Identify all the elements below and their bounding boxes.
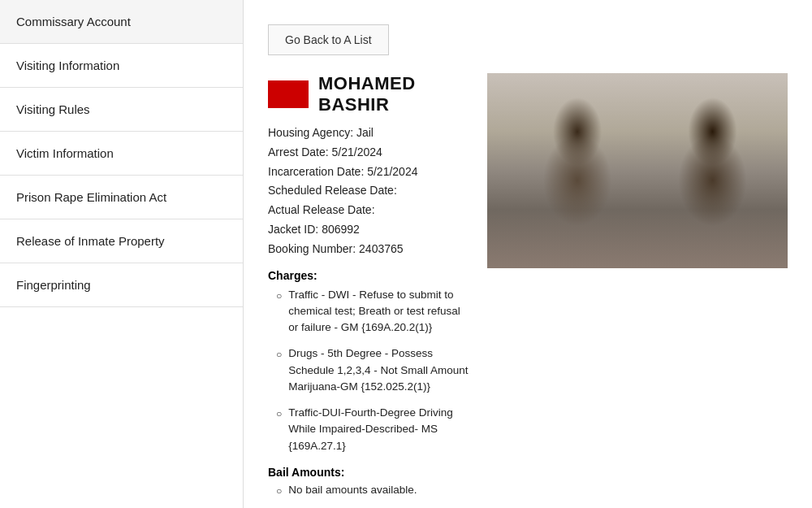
sidebar-item-label: Fingerprinting xyxy=(16,278,91,292)
scheduled-release: Scheduled Release Date: xyxy=(268,181,471,201)
go-back-button[interactable]: Go Back to A List xyxy=(268,24,389,55)
sidebar-item-label: Visiting Rules xyxy=(16,102,90,116)
inmate-info: MOHAMED BASHIR Housing Agency: Jail Arre… xyxy=(268,73,471,497)
arrest-date: Arrest Date: 5/21/2024 xyxy=(268,143,471,163)
sidebar-item-victim-info[interactable]: Victim Information xyxy=(0,132,243,176)
bail-item: No bail amounts available. xyxy=(276,484,471,497)
sidebar-item-label: Prison Rape Elimination Act xyxy=(16,190,166,204)
actual-release: Actual Release Date: xyxy=(268,201,471,220)
bail-list: No bail amounts available. xyxy=(276,484,471,497)
charges-list: Traffic - DWI - Refuse to submit to chem… xyxy=(276,287,471,454)
charge-item: Drugs - 5th Degree - Possess Schedule 1,… xyxy=(276,345,471,395)
bail-title: Bail Amounts: xyxy=(268,466,471,479)
sidebar-item-label: Victim Information xyxy=(16,146,114,160)
jacket-id: Jacket ID: 806992 xyxy=(268,220,471,240)
housing-agency: Housing Agency: Jail xyxy=(268,124,471,143)
sidebar-item-visiting-rules[interactable]: Visiting Rules xyxy=(0,88,243,132)
charge-item: Traffic - DWI - Refuse to submit to chem… xyxy=(276,287,471,336)
booking-number: Booking Number: 2403765 xyxy=(268,240,471,259)
inmate-details: Housing Agency: Jail Arrest Date: 5/21/2… xyxy=(268,124,471,259)
red-flag-box xyxy=(268,80,309,108)
sidebar-item-label: Visiting Information xyxy=(16,59,119,72)
sidebar-item-release-property[interactable]: Release of Inmate Property xyxy=(0,219,243,263)
content-area: MOHAMED BASHIR Housing Agency: Jail Arre… xyxy=(268,73,788,497)
sidebar-item-prea[interactable]: Prison Rape Elimination Act xyxy=(0,176,243,219)
bail-section: Bail Amounts: No bail amounts available. xyxy=(268,466,471,497)
charge-item: Traffic-DUI-Fourth-Degree Driving While … xyxy=(276,405,471,454)
charges-section: Charges: Traffic - DWI - Refuse to submi… xyxy=(268,269,471,454)
main-content: Go Back to A List MOHAMED BASHIR Housing… xyxy=(244,0,812,508)
incarceration-date: Incarceration Date: 5/21/2024 xyxy=(268,163,471,182)
sidebar: Commissary Account Visiting Information … xyxy=(0,0,244,508)
sidebar-item-commissary[interactable]: Commissary Account xyxy=(0,0,243,44)
inmate-photo xyxy=(487,73,788,268)
sidebar-item-label: Release of Inmate Property xyxy=(16,234,165,248)
photo-simulation xyxy=(487,73,788,268)
inmate-name: MOHAMED BASHIR xyxy=(318,73,471,115)
charges-title: Charges: xyxy=(268,269,471,282)
inmate-header: MOHAMED BASHIR xyxy=(268,73,471,115)
sidebar-item-label: Commissary Account xyxy=(16,15,131,28)
sidebar-item-fingerprinting[interactable]: Fingerprinting xyxy=(0,263,243,307)
sidebar-item-visiting-info[interactable]: Visiting Information xyxy=(0,44,243,88)
